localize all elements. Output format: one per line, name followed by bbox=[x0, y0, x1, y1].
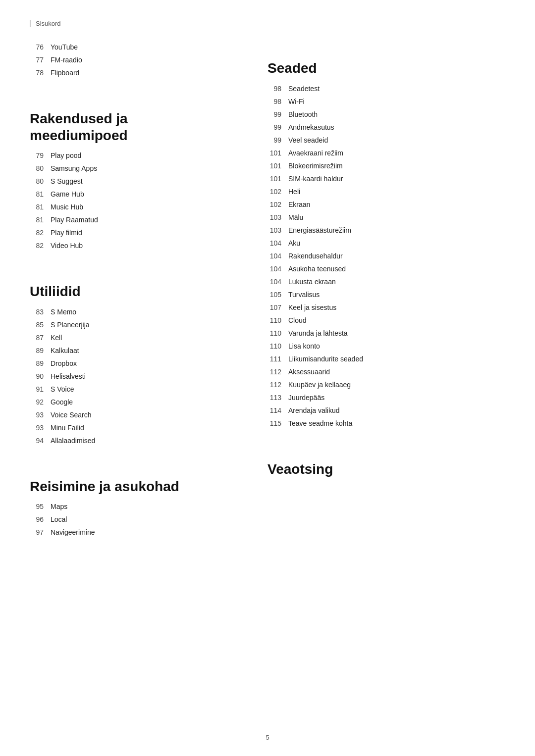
list-item: 83 S Memo bbox=[30, 307, 238, 317]
toc-number: 110 bbox=[268, 315, 288, 326]
toc-number: 80 bbox=[30, 163, 51, 174]
section-utiliidid: Utiliidid 83 S Memo 85 S Planeerjija 87 … bbox=[30, 283, 238, 446]
list-item: 89 Dropbox bbox=[30, 358, 238, 369]
reisimine-list: 95 Maps 96 Local 97 Navigeerimine bbox=[30, 502, 238, 538]
toc-label: Video Hub bbox=[51, 241, 83, 251]
list-item: 103 Mälu bbox=[268, 212, 505, 223]
toc-number: 104 bbox=[268, 238, 288, 249]
toc-label: Play pood bbox=[51, 151, 81, 161]
toc-number: 79 bbox=[30, 151, 51, 161]
list-item: 80 Samsung Apps bbox=[30, 163, 238, 174]
toc-label: Blokeerimisrežiim bbox=[288, 161, 343, 171]
list-item: 81 Play Raamatud bbox=[30, 215, 238, 225]
toc-number: 81 bbox=[30, 215, 51, 225]
list-item: 81 Game Hub bbox=[30, 189, 238, 200]
toc-number: 114 bbox=[268, 405, 288, 416]
toc-label: Kalkulaat bbox=[51, 346, 79, 356]
toc-number: 89 bbox=[30, 358, 51, 369]
toc-label: Maps bbox=[51, 502, 67, 512]
toc-label: Turvalisus bbox=[288, 290, 320, 300]
toc-label: Bluetooth bbox=[288, 109, 318, 120]
toc-label: Teave seadme kohta bbox=[288, 418, 352, 429]
toc-number: 105 bbox=[268, 290, 288, 300]
list-item: 102 Heli bbox=[268, 187, 505, 197]
list-item: 98 Seadetest bbox=[268, 84, 505, 94]
toc-number: 94 bbox=[30, 436, 51, 446]
toc-number: 99 bbox=[268, 109, 288, 120]
list-item: 103 Energiasäästurežiim bbox=[268, 225, 505, 236]
list-item: 80 S Suggest bbox=[30, 176, 238, 187]
toc-label: Flipboard bbox=[51, 68, 79, 78]
toc-number: 104 bbox=[268, 277, 288, 287]
list-item: 96 Local bbox=[30, 514, 238, 525]
list-item: 104 Lukusta ekraan bbox=[268, 277, 505, 287]
list-item: 99 Veel seadeid bbox=[268, 135, 505, 146]
toc-label: Keel ja sisestus bbox=[288, 302, 336, 313]
toc-label: Ekraan bbox=[288, 200, 310, 210]
toc-label: Energiasäästurežiim bbox=[288, 225, 351, 236]
toc-number: 111 bbox=[268, 354, 288, 364]
toc-label: Mälu bbox=[288, 212, 303, 223]
list-item: 95 Maps bbox=[30, 502, 238, 512]
toc-number: 93 bbox=[30, 410, 51, 420]
toc-number: 77 bbox=[30, 55, 51, 65]
left-column: 76 YouTube 77 FM-raadio 78 Flipboard Rak… bbox=[30, 42, 258, 540]
toc-label: Rakendusehaldur bbox=[288, 251, 343, 261]
list-item: 113 Juurdepääs bbox=[268, 393, 505, 403]
page-number: 5 bbox=[266, 734, 269, 741]
toc-number: 98 bbox=[268, 84, 288, 94]
toc-number: 104 bbox=[268, 264, 288, 274]
toc-label: YouTube bbox=[51, 42, 78, 52]
list-item: 105 Turvalisus bbox=[268, 290, 505, 300]
toc-number: 101 bbox=[268, 174, 288, 184]
toc-label: Play filmid bbox=[51, 228, 82, 238]
list-item: 99 Andmekasutus bbox=[268, 122, 505, 133]
toc-number: 82 bbox=[30, 228, 51, 238]
toc-label: S Planeerjija bbox=[51, 320, 90, 330]
toc-label: Voice Search bbox=[51, 410, 92, 420]
toc-label: Play Raamatud bbox=[51, 215, 98, 225]
toc-label: Wi-Fi bbox=[288, 97, 305, 107]
toc-label: Lisa konto bbox=[288, 341, 320, 352]
list-item: 78 Flipboard bbox=[30, 68, 238, 78]
toc-number: 96 bbox=[30, 514, 51, 525]
toc-number: 101 bbox=[268, 161, 288, 171]
section-title-seaded: Seaded bbox=[268, 60, 505, 77]
list-item: 97 Navigeerimine bbox=[30, 527, 238, 538]
toc-label: FM-raadio bbox=[51, 55, 82, 65]
toc-number: 110 bbox=[268, 341, 288, 352]
section-seaded: Seaded 98 Seadetest 98 Wi-Fi 99 Bluetoot… bbox=[268, 60, 505, 429]
toc-label: Seadetest bbox=[288, 84, 320, 94]
toc-number: 82 bbox=[30, 241, 51, 251]
toc-label: Dropbox bbox=[51, 358, 77, 369]
list-item: 115 Teave seadme kohta bbox=[268, 418, 505, 429]
toc-number: 90 bbox=[30, 371, 51, 382]
toc-label: Kuupäev ja kellaaeg bbox=[288, 380, 351, 390]
list-item: 114 Arendaja valikud bbox=[268, 405, 505, 416]
section-title-veaotsing: Veaotsing bbox=[268, 461, 505, 478]
toc-label: Juurdepääs bbox=[288, 393, 324, 403]
list-item: 87 Kell bbox=[30, 333, 238, 343]
toc-number: 91 bbox=[30, 384, 51, 395]
toc-label: Veel seadeid bbox=[288, 135, 328, 146]
list-item: 79 Play pood bbox=[30, 151, 238, 161]
toc-number: 103 bbox=[268, 225, 288, 236]
toc-label: Google bbox=[51, 397, 73, 407]
list-item: 112 Aksessuaarid bbox=[268, 367, 505, 377]
toc-number: 89 bbox=[30, 346, 51, 356]
list-item: 107 Keel ja sisestus bbox=[268, 302, 505, 313]
toc-number: 107 bbox=[268, 302, 288, 313]
header-label: Sisukord bbox=[30, 20, 505, 27]
toc-number: 85 bbox=[30, 320, 51, 330]
toc-number: 80 bbox=[30, 176, 51, 187]
list-item: 110 Lisa konto bbox=[268, 341, 505, 352]
toc-label: Helisalvesti bbox=[51, 371, 86, 382]
right-column: Seaded 98 Seadetest 98 Wi-Fi 99 Bluetoot… bbox=[258, 42, 505, 540]
toc-number: 97 bbox=[30, 527, 51, 538]
list-item: 101 Avaekraani režiim bbox=[268, 148, 505, 158]
toc-number: 99 bbox=[268, 135, 288, 146]
toc-label: S Voice bbox=[51, 384, 74, 395]
list-item: 93 Voice Search bbox=[30, 410, 238, 420]
list-item: 110 Varunda ja lähtesta bbox=[268, 328, 505, 339]
toc-label: Samsung Apps bbox=[51, 163, 97, 174]
